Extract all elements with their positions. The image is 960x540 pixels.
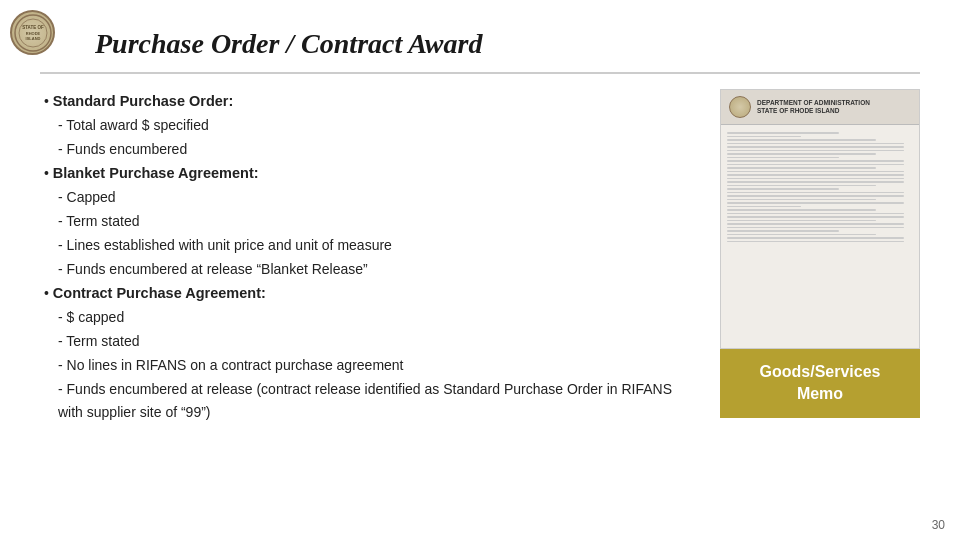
memo-header: DEPARTMENT OF ADMINISTRATION STATE OF RH… [721, 90, 919, 125]
section2-item-1: - Capped [40, 186, 700, 210]
section1-item-2: - Funds encumbered [40, 138, 700, 162]
title-divider [40, 72, 920, 74]
memo-image: DEPARTMENT OF ADMINISTRATION STATE OF RH… [720, 89, 920, 349]
svg-text:ISLAND: ISLAND [25, 36, 40, 41]
section2-item-4: - Funds encumbered at release “Blanket R… [40, 258, 700, 282]
svg-text:STATE OF: STATE OF [22, 25, 44, 30]
goods-services-badge: Goods/Services Memo [720, 349, 920, 418]
memo-body [721, 125, 919, 249]
section3-item-1: - $ capped [40, 306, 700, 330]
page-container: STATE OF RHODE ISLAND Purchase Order / C… [0, 0, 960, 540]
memo-seal-small [729, 96, 751, 118]
section2-item-2: - Term stated [40, 210, 700, 234]
page-number: 30 [932, 518, 945, 532]
text-content: • Standard Purchase Order: - Total award… [40, 89, 700, 425]
section1-header: • Standard Purchase Order: [40, 89, 700, 114]
section3-item-3: - No lines in RIFANS on a contract purch… [40, 354, 700, 378]
section2-item-3: - Lines established with unit price and … [40, 234, 700, 258]
section2-header: • Blanket Purchase Agreement: [40, 161, 700, 186]
section3-item-2: - Term stated [40, 330, 700, 354]
right-panel: DEPARTMENT OF ADMINISTRATION STATE OF RH… [720, 89, 920, 425]
page-title: Purchase Order / Contract Award [95, 28, 920, 60]
section3-item-4: - Funds encumbered at release (contract … [40, 378, 700, 426]
memo-dept: DEPARTMENT OF ADMINISTRATION STATE OF RH… [757, 99, 870, 116]
section3-header: • Contract Purchase Agreement: [40, 281, 700, 306]
section1-item-1: - Total award $ specified [40, 114, 700, 138]
ri-seal: STATE OF RHODE ISLAND [10, 10, 55, 55]
content-area: • Standard Purchase Order: - Total award… [40, 89, 920, 425]
